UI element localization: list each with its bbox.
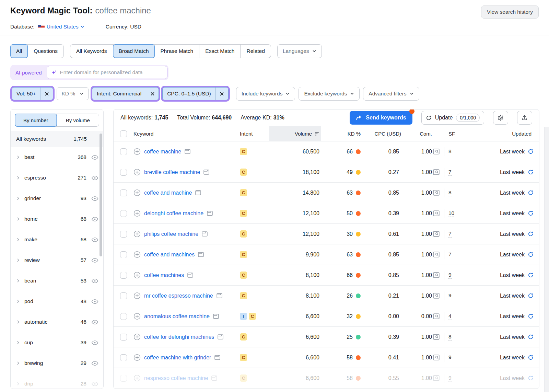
keyword-link[interactable]: coffee machines (144, 272, 184, 278)
add-to-list-icon[interactable] (133, 189, 141, 196)
sf-count[interactable]: 9 (448, 354, 452, 361)
row-checkbox[interactable] (120, 313, 127, 320)
serp-page-icon[interactable] (202, 231, 208, 237)
add-to-list-icon[interactable] (133, 251, 141, 258)
col-header-com[interactable]: Com. (401, 126, 432, 141)
keyword-link[interactable]: coffee and machine (144, 190, 192, 196)
row-checkbox[interactable] (120, 292, 127, 299)
row-checkbox[interactable] (120, 210, 127, 217)
eye-icon[interactable] (91, 155, 98, 160)
sf-count[interactable]: 9 (448, 375, 452, 382)
refresh-metrics-icon[interactable] (528, 149, 534, 154)
add-to-list-icon[interactable] (133, 169, 141, 176)
col-header-kd[interactable]: KD % (321, 126, 361, 141)
row-checkbox[interactable] (120, 189, 127, 196)
serp-preview-icon[interactable] (433, 334, 440, 340)
tab-questions[interactable]: Questions (28, 45, 63, 58)
add-to-list-icon[interactable] (133, 230, 141, 238)
refresh-metrics-icon[interactable] (528, 355, 534, 360)
serp-page-icon[interactable] (195, 190, 201, 195)
tab-exact-match[interactable]: Exact Match (199, 45, 241, 58)
view-search-history-button[interactable]: View search history (481, 5, 539, 19)
sf-count[interactable]: 8 (448, 189, 452, 196)
sidebar-scrollbar[interactable] (100, 134, 102, 256)
add-to-list-icon[interactable] (133, 210, 141, 217)
remove-filter-icon[interactable] (40, 88, 53, 100)
sf-count[interactable]: 4 (448, 313, 452, 320)
sidebar-item-brewing[interactable]: brewing 29 (11, 353, 103, 373)
serp-preview-icon[interactable] (433, 313, 440, 320)
eye-icon[interactable] (91, 340, 98, 345)
serp-preview-icon[interactable] (433, 169, 440, 175)
filter-chip[interactable]: Vol: 50+ (12, 87, 53, 100)
refresh-metrics-icon[interactable] (528, 272, 534, 278)
col-header-updated[interactable]: Updated (472, 126, 539, 141)
sf-count[interactable]: 9 (448, 272, 452, 279)
serp-page-icon[interactable] (187, 273, 193, 278)
row-checkbox[interactable] (120, 334, 127, 341)
include-keywords-dropdown[interactable]: Include keywords (236, 87, 295, 101)
sidebar-item-drip[interactable]: drip 28 (11, 373, 103, 389)
sidebar-item-cup[interactable]: cup 39 (11, 332, 103, 353)
sidebar-sort-option[interactable]: By volume (57, 114, 99, 126)
serp-preview-icon[interactable] (433, 272, 440, 278)
sidebar-sort-option[interactable]: By number (15, 114, 57, 127)
serp-page-icon[interactable] (203, 170, 209, 175)
serp-preview-icon[interactable] (433, 210, 440, 217)
sf-count[interactable]: 7 (448, 231, 452, 238)
filter-chip[interactable]: CPC: 0–1.5 (USD) (162, 87, 228, 100)
eye-icon[interactable] (91, 361, 98, 366)
sf-count[interactable]: 7 (448, 251, 452, 258)
database-selector[interactable]: United States (47, 24, 84, 30)
tab-related[interactable]: Related (241, 45, 270, 58)
serp-preview-icon[interactable] (433, 375, 440, 381)
serp-preview-icon[interactable] (433, 292, 440, 299)
refresh-metrics-icon[interactable] (528, 190, 534, 196)
sidebar-item-best[interactable]: best 368 (11, 147, 103, 168)
sf-count[interactable]: 8 (448, 334, 452, 341)
col-header-volume[interactable]: Volume (269, 126, 321, 141)
keyword-link[interactable]: nespresso coffee machine (144, 375, 208, 381)
tab-phrase-match[interactable]: Phrase Match (155, 45, 200, 58)
keyword-link[interactable]: philips coffee machine (144, 231, 198, 237)
refresh-metrics-icon[interactable] (528, 313, 534, 319)
serp-page-icon[interactable] (198, 252, 204, 257)
remove-filter-icon[interactable] (215, 88, 228, 100)
serp-preview-icon[interactable] (433, 148, 440, 155)
col-header-cpc[interactable]: CPC (USD) (361, 126, 401, 141)
serp-page-icon[interactable] (207, 211, 213, 216)
serp-preview-icon[interactable] (433, 231, 440, 237)
row-checkbox[interactable] (120, 272, 127, 279)
refresh-metrics-icon[interactable] (528, 231, 534, 237)
sf-count[interactable]: 8 (448, 148, 452, 155)
col-header-intent[interactable]: Intent (240, 126, 269, 141)
row-checkbox[interactable] (120, 169, 127, 176)
serp-page-icon[interactable] (218, 334, 223, 339)
serp-preview-icon[interactable] (433, 354, 440, 361)
keyword-link[interactable]: anomalous coffee machine (144, 313, 210, 320)
sidebar-item-all-keywords[interactable]: All keywords 1,745 (11, 131, 103, 147)
row-checkbox[interactable] (120, 375, 127, 382)
tab-broad-match[interactable]: Broad Match (113, 44, 155, 58)
add-to-list-icon[interactable] (133, 374, 141, 382)
add-to-list-icon[interactable] (133, 292, 141, 299)
eye-icon[interactable] (91, 278, 98, 284)
serp-preview-icon[interactable] (433, 251, 440, 258)
eye-icon[interactable] (91, 381, 98, 387)
keyword-link[interactable]: breville coffee machine (144, 169, 200, 175)
refresh-metrics-icon[interactable] (528, 334, 534, 340)
filter-chip[interactable]: KD % (57, 87, 89, 100)
row-checkbox[interactable] (120, 354, 127, 361)
add-to-list-icon[interactable] (133, 354, 141, 361)
sidebar-item-automatic[interactable]: automatic 46 (11, 312, 103, 332)
refresh-metrics-icon[interactable] (528, 293, 534, 299)
serp-page-icon[interactable] (214, 355, 220, 360)
add-to-list-icon[interactable] (133, 272, 141, 279)
keyword-link[interactable]: coffee machine (144, 149, 181, 155)
eye-icon[interactable] (91, 175, 98, 181)
row-checkbox[interactable] (120, 251, 127, 258)
sf-count[interactable]: 10 (448, 210, 454, 217)
keyword-link[interactable]: coffee machine with grinder (144, 355, 211, 361)
add-to-list-icon[interactable] (133, 148, 141, 155)
page-scrollbar-track[interactable] (544, 127, 549, 392)
